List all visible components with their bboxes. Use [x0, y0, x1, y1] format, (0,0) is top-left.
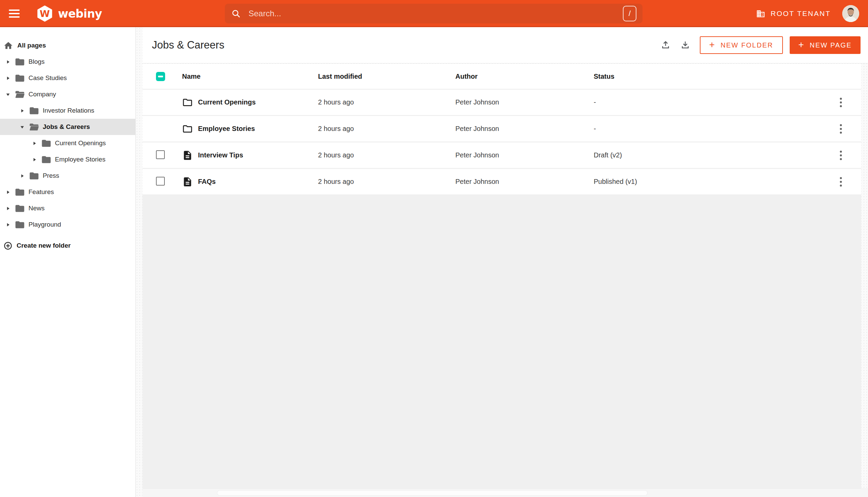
row-actions-menu[interactable] — [837, 95, 845, 110]
sidebar-item-label: Employee Stories — [55, 156, 105, 163]
avatar[interactable] — [842, 5, 859, 22]
sidebar-item-jobs-careers[interactable]: Jobs & Careers — [0, 119, 135, 135]
folder-icon — [182, 124, 193, 134]
row-last-modified: 2 hours ago — [318, 98, 455, 106]
slash-shortcut-badge: / — [623, 6, 636, 22]
upload-icon — [661, 40, 671, 50]
row-actions-menu[interactable] — [837, 147, 845, 163]
import-pages-button[interactable] — [661, 40, 671, 50]
column-header-name[interactable]: Name — [176, 73, 318, 81]
add-circle-icon — [3, 241, 13, 250]
row-name: Current Openings — [198, 98, 256, 106]
search-input[interactable] — [249, 9, 623, 18]
tenant-switcher[interactable]: ROOT TENANT — [756, 0, 831, 27]
sidebar-item-news[interactable]: News — [0, 200, 135, 216]
sidebar-item-investor-relations[interactable]: Investor Relations — [0, 102, 135, 119]
caret-right-icon[interactable] — [5, 76, 10, 81]
search-bar[interactable]: / — [225, 4, 643, 24]
caret-right-icon[interactable] — [32, 141, 36, 145]
caret-right-icon[interactable] — [32, 157, 36, 162]
caret-down-icon[interactable] — [20, 125, 25, 129]
row-name: FAQs — [198, 178, 216, 186]
export-pages-button[interactable] — [680, 40, 690, 50]
new-folder-button[interactable]: + NEW FOLDER — [700, 36, 783, 54]
sidebar-item-label: Case Studies — [29, 74, 67, 82]
plus-icon: + — [709, 40, 716, 49]
kebab-menu-icon — [839, 150, 842, 160]
row-last-modified: 2 hours ago — [318, 151, 455, 159]
folder-closed-icon — [41, 138, 52, 148]
row-name: Employee Stories — [198, 125, 255, 133]
sidebar-item-label: Company — [29, 90, 56, 98]
column-header-status[interactable]: Status — [594, 73, 821, 81]
row-checkbox[interactable] — [156, 150, 165, 159]
folder-closed-icon — [41, 154, 52, 165]
caret-right-icon[interactable] — [20, 109, 25, 113]
sidebar-item-case-studies[interactable]: Case Studies — [0, 70, 135, 86]
sidebar-item-blogs[interactable]: Blogs — [0, 54, 135, 70]
caret-right-icon[interactable] — [20, 174, 25, 178]
caret-right-icon[interactable] — [5, 223, 10, 227]
sidebar-item-company[interactable]: Company — [0, 86, 135, 102]
column-header-last-modified[interactable]: Last modified — [318, 73, 455, 81]
scrollbar-thumb[interactable] — [217, 490, 648, 496]
caret-down-icon[interactable] — [5, 92, 10, 97]
sidebar-item-all-pages[interactable]: All pages — [0, 37, 135, 54]
sidebar-item-label: Current Openings — [55, 139, 106, 147]
table-row-interview-tips[interactable]: Interview Tips 2 hours ago Peter Johnson… — [143, 142, 861, 169]
folder-open-icon — [29, 122, 39, 132]
sidebar-item-current-openings[interactable]: Current Openings — [0, 135, 135, 151]
plus-icon: + — [798, 40, 805, 49]
row-author: Peter Johnson — [455, 151, 594, 159]
folder-open-icon — [15, 89, 25, 100]
folder-closed-icon — [15, 187, 25, 197]
row-name: Interview Tips — [198, 151, 243, 159]
select-all-checkbox-indeterminate[interactable] — [156, 72, 165, 81]
sidebar-item-label: Features — [29, 188, 54, 196]
page-icon — [182, 176, 193, 187]
folder-tree-sidebar: All pages Blogs Case Studies Company — [0, 27, 136, 497]
caret-right-icon[interactable] — [5, 206, 10, 211]
table-row-employee-stories[interactable]: Employee Stories 2 hours ago Peter Johns… — [143, 116, 861, 142]
row-last-modified: 2 hours ago — [318, 178, 455, 186]
new-page-button[interactable]: + NEW PAGE — [790, 36, 860, 54]
sidebar-item-press[interactable]: Press — [0, 168, 135, 184]
folder-closed-icon — [15, 219, 25, 230]
row-author: Peter Johnson — [455, 178, 594, 186]
sidebar-item-features[interactable]: Features — [0, 184, 135, 200]
menu-icon[interactable] — [9, 6, 25, 22]
row-author: Peter Johnson — [455, 98, 594, 106]
row-actions-menu[interactable] — [837, 174, 845, 190]
folder-closed-icon — [15, 203, 25, 214]
home-icon — [3, 41, 13, 51]
sidebar-item-label: Blogs — [29, 58, 45, 66]
caret-right-icon[interactable] — [5, 60, 10, 64]
kebab-menu-icon — [839, 97, 842, 108]
table-row-faqs[interactable]: FAQs 2 hours ago Peter Johnson Published… — [143, 169, 861, 195]
row-actions-menu[interactable] — [837, 121, 845, 137]
search-icon — [231, 9, 241, 19]
row-checkbox[interactable] — [156, 177, 165, 186]
folder-closed-icon — [29, 171, 39, 181]
sidebar-item-playground[interactable]: Playground — [0, 216, 135, 233]
tenant-label: ROOT TENANT — [771, 10, 831, 18]
kebab-menu-icon — [839, 124, 842, 134]
topbar: W webiny / ROOT TENANT — [0, 0, 868, 27]
brand-wordmark: webiny — [58, 7, 102, 20]
sidebar-item-employee-stories[interactable]: Employee Stories — [0, 151, 135, 168]
column-header-author[interactable]: Author — [455, 73, 594, 81]
create-folder-label: Create new folder — [17, 242, 71, 249]
sidebar-item-label: Press — [43, 172, 59, 180]
create-new-folder-button[interactable]: Create new folder — [0, 238, 71, 254]
svg-text:W: W — [40, 9, 50, 19]
row-author: Peter Johnson — [455, 125, 594, 133]
row-status: - — [594, 125, 821, 133]
page-header: Jobs & Careers + — [143, 27, 868, 63]
page-icon — [182, 150, 193, 161]
folder-icon — [182, 97, 193, 108]
table-row-current-openings[interactable]: Current Openings 2 hours ago Peter Johns… — [143, 89, 861, 116]
header-actions: + NEW FOLDER + NEW PAGE — [661, 36, 860, 54]
horizontal-scrollbar[interactable] — [143, 488, 868, 497]
caret-right-icon[interactable] — [5, 190, 10, 194]
sidebar-item-label: News — [29, 204, 45, 212]
